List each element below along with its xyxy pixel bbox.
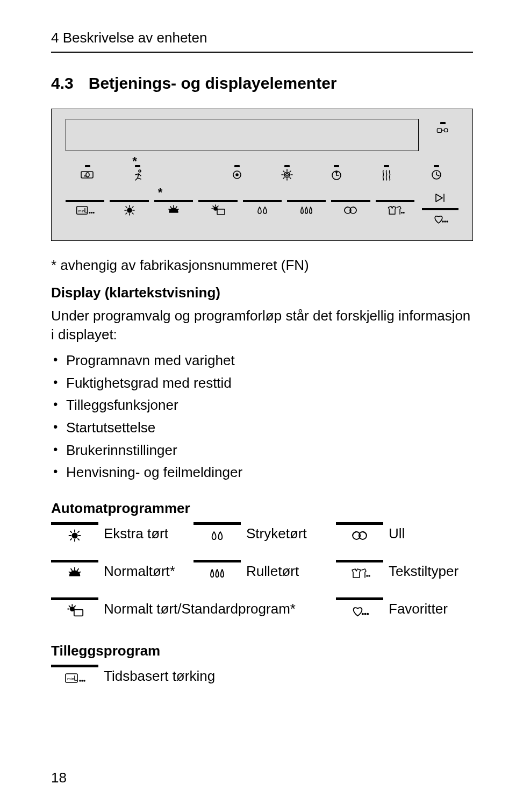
program-key[interactable] xyxy=(194,560,241,583)
time-program-key[interactable] xyxy=(66,200,104,222)
program-label: Normalt tørt/Standardprogram* xyxy=(104,601,331,617)
textile-icon xyxy=(385,204,405,217)
normal-dry-key[interactable] xyxy=(154,200,193,222)
page-header: 4 Beskrivelse av enheten xyxy=(51,30,473,53)
page-number: 18 xyxy=(51,770,67,786)
program-label: Ekstra tørt xyxy=(104,525,188,542)
section-title-text: Betjenings- og displayelementer xyxy=(89,74,337,92)
sun-box-icon xyxy=(64,603,85,618)
program-key[interactable] xyxy=(336,560,383,583)
clock-key[interactable] xyxy=(414,165,458,187)
tillegg-heading: Tilleggsprogram xyxy=(51,643,473,659)
program-key[interactable] xyxy=(51,560,98,583)
program-label: Favoritter xyxy=(389,601,473,617)
tillegg-grid: Tidsbasert tørking xyxy=(51,665,473,688)
asterisk-marker: * xyxy=(158,186,163,200)
mangle-dry-key[interactable] xyxy=(287,200,326,222)
burst-key[interactable] xyxy=(265,165,310,187)
asterisk-note: * avhengig av fabrikasjonsnummeret (FN) xyxy=(51,257,473,274)
program-key[interactable] xyxy=(51,597,98,621)
drops2-icon xyxy=(206,528,228,543)
time-min-icon xyxy=(75,204,95,217)
program-label: Normaltørt* xyxy=(104,563,188,580)
iron-dry-key[interactable] xyxy=(243,200,282,222)
sun-box-icon xyxy=(208,204,227,217)
standard-key[interactable] xyxy=(198,200,237,222)
program-label: Stryketørt xyxy=(246,525,331,542)
program-label: Tekstiltyper xyxy=(389,563,473,580)
eco-icon xyxy=(78,168,97,181)
list-item: Fuktighetsgrad med resttid xyxy=(51,372,473,395)
section-number: 4.3 xyxy=(51,74,74,92)
lock-key[interactable] xyxy=(427,119,458,136)
display-heading: Display (klartekstvisning) xyxy=(51,284,473,301)
empty-slot xyxy=(165,165,210,187)
program-row xyxy=(66,200,414,222)
automat-heading: Automatprogrammer xyxy=(51,500,473,517)
heart-icon xyxy=(349,603,370,618)
textile-key[interactable] xyxy=(376,200,414,222)
sun-half-icon xyxy=(64,566,85,581)
heart-icon xyxy=(431,212,450,225)
dry-target-icon xyxy=(227,168,247,181)
lcd-display xyxy=(66,119,419,151)
key-lock-icon xyxy=(435,126,451,136)
eco-key[interactable] xyxy=(66,165,110,187)
dry-target-key[interactable] xyxy=(215,165,260,187)
display-intro: Under programvalg og programforløp står … xyxy=(51,307,473,344)
sun-half-icon xyxy=(164,204,183,217)
burst-icon xyxy=(277,168,297,181)
drops3-icon xyxy=(297,204,316,217)
steam-key[interactable] xyxy=(364,165,409,187)
control-panel: * * xyxy=(51,109,473,241)
program-key[interactable] xyxy=(51,665,98,688)
sun-high-icon xyxy=(120,204,139,217)
program-label: Ull xyxy=(389,525,473,542)
list-item: Tilleggsfunksjoner xyxy=(51,394,473,417)
display-bullet-list: Programnavn med varighet Fuktighetsgrad … xyxy=(51,350,473,484)
asterisk-marker: * xyxy=(132,154,137,168)
program-label: Rulletørt xyxy=(246,563,331,580)
list-item: Startutsettelse xyxy=(51,417,473,439)
automat-program-grid: Ekstra tørt Stryketørt Ull Normaltørt* R… xyxy=(51,522,473,621)
play-skip-icon[interactable] xyxy=(431,192,450,204)
drops3-icon xyxy=(206,566,228,581)
textile-icon xyxy=(349,566,370,581)
section-title: 4.3Betjenings- og displayelementer xyxy=(51,74,473,92)
runner-icon xyxy=(128,168,147,181)
program-key[interactable] xyxy=(51,522,98,546)
program-key[interactable] xyxy=(336,522,383,546)
list-item: Programnavn med varighet xyxy=(51,350,473,372)
steam-icon xyxy=(377,168,396,181)
function-row-1 xyxy=(66,165,458,187)
list-item: Henvisning- og feilmeldinger xyxy=(51,461,473,484)
extra-dry-key[interactable] xyxy=(110,200,148,222)
favorites-key[interactable] xyxy=(422,208,458,230)
wool-icon xyxy=(341,204,360,217)
program-label: Tidsbasert tørking xyxy=(104,668,473,685)
program-key[interactable] xyxy=(194,522,241,546)
wool-key[interactable] xyxy=(331,200,370,222)
sun-high-icon xyxy=(64,528,85,543)
clock-icon xyxy=(427,168,446,181)
drops2-icon xyxy=(253,204,272,217)
time-min-icon xyxy=(64,671,85,686)
list-item: Brukerinnstillinger xyxy=(51,439,473,462)
wool-icon xyxy=(349,528,370,543)
program-key[interactable] xyxy=(336,597,383,621)
timer-plus-icon xyxy=(327,168,346,181)
timer-plus-key[interactable] xyxy=(314,165,359,187)
quick-key[interactable] xyxy=(116,165,160,187)
